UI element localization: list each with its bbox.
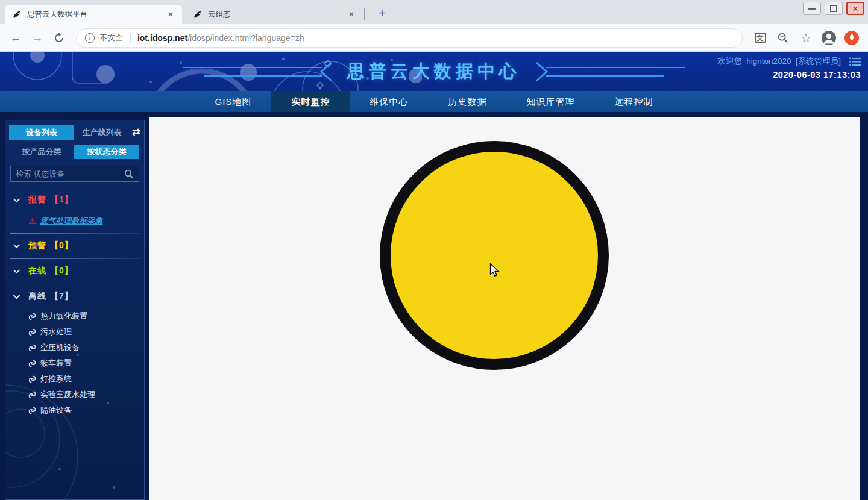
nav-item-maintenance[interactable]: 维保中心	[350, 91, 428, 112]
reload-button[interactable]	[49, 28, 69, 48]
tab-title: 云组态	[208, 10, 346, 20]
back-button[interactable]: ←	[6, 28, 25, 48]
offline-device-item[interactable]: 猴车装置	[5, 355, 144, 371]
nav-item-realtime-monitor[interactable]: 实时监控	[271, 91, 350, 112]
tree-section-offline: 离线 【7】 热力氧化装置 污水处理	[5, 284, 144, 425]
disconnected-icon	[28, 328, 36, 336]
page-body: 思普云大数据中心 欢迎您 hignton2020 [系统管理员]	[0, 52, 868, 500]
group-label: 预警	[28, 240, 46, 251]
group-alarm[interactable]: 报警 【1】	[5, 188, 144, 212]
nav-item-remote-control[interactable]: 远程控制	[594, 91, 673, 112]
offline-device-item[interactable]: 隔油设备	[5, 402, 144, 418]
group-online[interactable]: 在线 【0】	[5, 259, 144, 283]
tab-by-status[interactable]: 按状态分类	[74, 145, 139, 159]
reload-icon	[54, 33, 64, 43]
device-name: 热力氧化装置	[40, 311, 87, 322]
nav-item-gis[interactable]: GIS地图	[195, 91, 272, 112]
chevron-down-icon[interactable]	[13, 267, 20, 273]
extension-icon	[844, 30, 860, 46]
list-type-tabs: 设备列表 生产线列表 ⇄	[9, 125, 140, 140]
group-warning[interactable]: 预警 【0】	[5, 234, 144, 258]
tab-close-icon[interactable]: ✕	[346, 9, 357, 20]
minimize-icon	[808, 8, 816, 10]
group-label: 报警	[28, 195, 46, 205]
translate-icon: 文	[755, 33, 766, 43]
offline-device-item[interactable]: 热力氧化装置	[5, 308, 144, 324]
device-search-input[interactable]	[16, 169, 124, 178]
zoom-out-button[interactable]	[773, 28, 793, 48]
address-bar[interactable]: i 不安全 | iot.idosp.net/idosp/index.html?l…	[76, 28, 743, 48]
forward-button[interactable]: →	[28, 28, 47, 48]
status-tree: 报警 【1】 ⚠ 废气处理数据采集 预警 【0】	[5, 188, 144, 425]
tree-section-online: 在线 【0】	[5, 259, 144, 284]
tab-title: 思普云大数据平台	[27, 10, 165, 20]
classify-tabs: 按产品分类 按状态分类	[9, 145, 140, 159]
group-count: 【7】	[50, 291, 74, 302]
nav-item-history[interactable]: 历史数据	[428, 91, 506, 112]
disconnected-icon	[28, 313, 36, 320]
restore-button[interactable]	[825, 2, 843, 15]
header-user-area: 欢迎您 hignton2020 [系统管理员] 2020-06-03 17:13…	[717, 56, 861, 80]
star-icon: ☆	[800, 31, 811, 45]
url-separator: |	[129, 33, 131, 43]
menu-list-icon[interactable]	[849, 57, 861, 66]
device-name: 灯控系统	[40, 373, 72, 384]
alarm-device-item[interactable]: ⚠ 废气处理数据采集	[5, 212, 144, 230]
group-count: 【0】	[50, 266, 74, 277]
bookmark-button[interactable]: ☆	[796, 28, 816, 48]
device-search-box	[10, 166, 139, 182]
disconnected-icon	[28, 344, 36, 352]
chevron-down-icon[interactable]	[13, 196, 20, 202]
status-indicator-circle[interactable]	[380, 141, 609, 370]
tree-section-warning: 预警 【0】	[5, 234, 144, 259]
welcome-text: 欢迎您 hignton2020 [系统管理员]	[717, 56, 841, 67]
browser-toolbar: ← → i 不安全 | iot.idosp.net/idosp/index.ht…	[0, 24, 868, 52]
browser-tab-strip: 思普云大数据平台 ✕ 云组态 ✕ + ✕	[0, 0, 868, 24]
profile-button[interactable]	[819, 28, 839, 48]
window-controls: ✕	[803, 2, 864, 15]
new-tab-button[interactable]: +	[374, 5, 391, 22]
chevron-down-icon[interactable]	[13, 242, 20, 248]
minimize-button[interactable]	[803, 2, 821, 15]
tab-device-list[interactable]: 设备列表	[9, 125, 74, 140]
security-label[interactable]: 不安全	[99, 33, 123, 43]
tab-by-product[interactable]: 按产品分类	[9, 145, 74, 159]
tab-close-icon[interactable]: ✕	[165, 9, 176, 20]
offline-device-item[interactable]: 空压机设备	[5, 340, 144, 355]
search-icon[interactable]	[124, 169, 134, 179]
disconnected-icon	[28, 360, 36, 367]
title-bracket-right-icon	[534, 61, 685, 83]
device-name: 空压机设备	[40, 342, 80, 353]
chevron-down-icon[interactable]	[13, 292, 20, 299]
info-icon[interactable]: i	[85, 33, 95, 43]
group-label: 离线	[28, 291, 46, 302]
group-offline[interactable]: 离线 【7】	[5, 284, 144, 308]
alarm-device-link[interactable]: 废气处理数据采集	[40, 216, 103, 227]
nav-item-knowledge[interactable]: 知识库管理	[506, 91, 594, 112]
swap-arrows-icon[interactable]: ⇄	[132, 125, 140, 140]
translate-button[interactable]: 文	[750, 28, 770, 48]
tab-separator	[364, 8, 365, 20]
tab-favicon-icon	[12, 10, 22, 20]
extension-button[interactable]	[841, 28, 862, 48]
offline-device-item[interactable]: 灯控系统	[5, 371, 144, 387]
main-nav: GIS地图 实时监控 维保中心 历史数据 知识库管理 远程控制	[0, 91, 868, 112]
browser-tab-active[interactable]: 思普云大数据平台 ✕	[5, 5, 182, 24]
close-icon: ✕	[852, 5, 859, 13]
group-count: 【0】	[50, 240, 74, 251]
mouse-cursor	[489, 263, 500, 278]
group-label: 在线	[28, 266, 46, 277]
monitor-canvas	[149, 117, 860, 500]
close-button[interactable]: ✕	[846, 2, 864, 15]
device-name: 隔油设备	[40, 405, 72, 416]
offline-device-item[interactable]: 污水处理	[5, 324, 144, 340]
tab-favicon-icon	[193, 10, 203, 20]
zoom-out-icon	[777, 32, 789, 44]
disconnected-icon	[28, 407, 36, 414]
browser-tab-inactive[interactable]: 云组态 ✕	[186, 5, 363, 24]
offline-device-item[interactable]: 实验室废水处理	[5, 387, 144, 402]
tab-production-line-list[interactable]: 生产线列表	[74, 125, 130, 140]
device-name: 猴车装置	[40, 358, 72, 369]
url-text[interactable]: iot.idosp.net/idosp/index.html?language=…	[137, 33, 304, 43]
title-bracket-left-icon	[183, 61, 334, 83]
